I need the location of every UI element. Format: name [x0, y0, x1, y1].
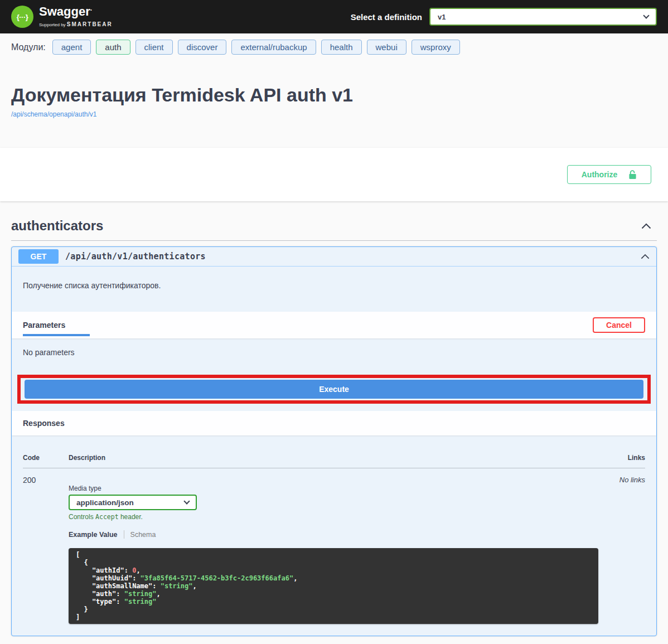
tab-example-value[interactable]: Example Value: [69, 531, 118, 539]
chevron-down-icon: [643, 12, 649, 18]
definition-select-label: Select a definition: [351, 12, 422, 22]
column-code: Code: [23, 454, 69, 462]
scheme-container: Authorize: [0, 148, 668, 201]
opblock-get-authenticators: GET /api/auth/v1/authenticators Получени…: [11, 246, 657, 636]
responses-body: Code Description Links 200 Media type ap…: [12, 435, 656, 636]
spec-link[interactable]: /api/schema/openapi/auth/v1: [11, 110, 96, 118]
api-info: Документация Termidesk API auth v1 /api/…: [0, 58, 668, 148]
swagger-logo[interactable]: {···} Swagger. Supported by SMARTBEAR: [11, 5, 113, 28]
column-description: Description: [69, 454, 628, 462]
response-links: No links: [619, 476, 645, 624]
swagger-logo-text: Swagger.: [39, 5, 113, 18]
operation-description: Получение списка аутентификаторов.: [12, 267, 656, 312]
unlocked-padlock-icon: [628, 170, 637, 180]
execute-annotation-frame: Execute: [17, 375, 651, 404]
module-button-webui[interactable]: webui: [367, 40, 406, 55]
model-example-tabs: Example Value Schema: [69, 530, 619, 539]
accept-header-note: Controls Accept header.: [69, 513, 619, 521]
no-parameters-message: No parameters: [12, 338, 656, 357]
parameters-header: Parameters Cancel: [12, 312, 656, 338]
smartbear-tagline: Supported by SMARTBEAR: [39, 22, 113, 27]
topbar: {···} Swagger. Supported by SMARTBEAR Se…: [0, 0, 668, 33]
page-title: Документация Termidesk API auth v1: [11, 84, 657, 106]
media-type-label: Media type: [69, 485, 619, 492]
definition-select-value: v1: [438, 13, 446, 21]
column-links: Links: [628, 454, 645, 462]
modules-label: Модули:: [11, 42, 46, 52]
definition-select[interactable]: v1: [429, 8, 657, 26]
modules-row: Модули: agentauthclientdiscoverexternal/…: [0, 33, 668, 58]
section-title: authenticators: [11, 218, 103, 234]
swagger-braces-icon: {···}: [11, 6, 33, 28]
module-button-wsproxy[interactable]: wsproxy: [412, 40, 460, 55]
operations-wrapper: authenticators GET /api/auth/v1/authenti…: [0, 201, 668, 636]
module-button-discover[interactable]: discover: [178, 40, 227, 55]
operation-summary[interactable]: GET /api/auth/v1/authenticators: [12, 247, 656, 267]
http-method-badge: GET: [18, 249, 59, 264]
chevron-up-icon: [641, 223, 651, 229]
module-button-client[interactable]: client: [135, 40, 173, 55]
cancel-button[interactable]: Cancel: [593, 317, 645, 333]
tab-parameters[interactable]: Parameters: [23, 312, 65, 338]
response-content: Media type application/json Controls Acc…: [69, 476, 619, 624]
tab-schema[interactable]: Schema: [130, 531, 156, 539]
operation-path: /api/auth/v1/authenticators: [65, 251, 206, 262]
execute-button[interactable]: Execute: [25, 380, 643, 399]
authorize-label: Authorize: [582, 170, 618, 179]
media-type-value: application/json: [76, 498, 134, 507]
module-button-external-rubackup[interactable]: external/rubackup: [231, 40, 316, 55]
section-collapse-button[interactable]: [640, 222, 652, 230]
module-button-health[interactable]: health: [321, 40, 362, 55]
module-button-agent[interactable]: agent: [52, 40, 91, 55]
response-code: 200: [23, 476, 69, 624]
modules-list: agentauthclientdiscoverexternal/rubackup…: [52, 40, 460, 55]
example-code: [ { "authId": 0, "authUuid": "3fa85f64-5…: [69, 548, 598, 624]
authorize-button[interactable]: Authorize: [567, 165, 651, 184]
chevron-up-icon: [641, 254, 650, 259]
chevron-down-icon: [183, 498, 190, 504]
section-header-authenticators: authenticators: [11, 201, 657, 241]
tab-divider: [124, 530, 124, 539]
responses-header: Responses: [12, 411, 656, 435]
media-type-select[interactable]: application/json: [69, 495, 197, 510]
module-button-auth[interactable]: auth: [96, 40, 130, 55]
responses-table-header: Code Description Links: [23, 454, 645, 468]
operation-collapse-button[interactable]: [640, 253, 651, 260]
response-row-200: 200 Media type application/json Controls…: [23, 468, 645, 624]
